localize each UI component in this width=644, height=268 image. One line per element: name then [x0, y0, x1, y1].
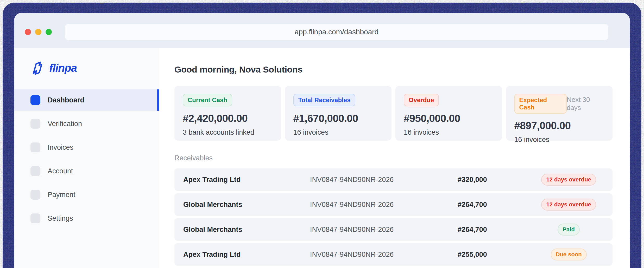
- invoice-amount: #255,000: [458, 251, 487, 259]
- sidebar-item-payment[interactable]: Payment: [14, 184, 159, 205]
- stat-subtitle: 16 invoices: [293, 128, 383, 136]
- stat-cards: Current Cash #2,420,000.00 3 bank accoun…: [174, 86, 613, 141]
- dashboard-icon: [30, 95, 40, 105]
- sidebar-item-label: Account: [48, 167, 73, 175]
- stat-card-expected-cash: Expected Cash Next 30 days #897,000.00 1…: [506, 86, 613, 141]
- stat-card-total-receivables: Total Receivables #1,670,000.00 16 invoi…: [285, 86, 392, 141]
- invoice-status-badge: Due soon: [551, 249, 587, 260]
- browser-chrome: app.flinpa.com/dashboard: [14, 13, 630, 48]
- settings-icon: [30, 213, 40, 223]
- invoice-number: INV0847-94ND90NR-2026: [310, 226, 394, 234]
- receivable-row[interactable]: Global Merchants INV0847-94ND90NR-2026 #…: [174, 193, 613, 216]
- stat-value: #2,420,000.00: [183, 113, 273, 124]
- address-bar[interactable]: app.flinpa.com/dashboard: [65, 24, 608, 40]
- url-text: app.flinpa.com/dashboard: [295, 28, 378, 36]
- company-name: Global Merchants: [174, 201, 284, 209]
- sidebar-item-invoices[interactable]: Invoices: [14, 137, 159, 158]
- stat-subtitle: 16 invoices: [514, 136, 604, 144]
- sidebar: flinpa Dashboard Verification Invoices: [14, 48, 159, 268]
- maximize-window-button[interactable]: [46, 29, 52, 35]
- sidebar-item-label: Verification: [48, 120, 82, 128]
- verification-icon: [30, 119, 40, 129]
- payment-icon: [30, 190, 40, 200]
- active-indicator: [157, 89, 159, 111]
- brand-logo: flinpa: [14, 60, 159, 76]
- receivable-row[interactable]: Apex Trading Ltd INV0847-94ND90NR-2026 #…: [174, 243, 613, 266]
- sidebar-item-label: Dashboard: [48, 96, 84, 104]
- close-window-button[interactable]: [25, 29, 31, 35]
- sidebar-item-dashboard[interactable]: Dashboard: [14, 89, 159, 111]
- invoice-amount: #264,700: [458, 226, 487, 234]
- invoice-amount: #320,000: [458, 176, 487, 184]
- page-title: Good morning, Nova Solutions: [174, 64, 613, 75]
- invoice-number: INV0847-94ND90NR-2026: [310, 201, 394, 209]
- sidebar-item-settings[interactable]: Settings: [14, 208, 159, 229]
- receivables-list: Apex Trading Ltd INV0847-94ND90NR-2026 #…: [174, 168, 613, 266]
- stat-value: #950,000.00: [404, 113, 494, 124]
- sidebar-item-verification[interactable]: Verification: [14, 113, 159, 134]
- sidebar-item-label: Settings: [48, 214, 73, 223]
- stat-card-current-cash: Current Cash #2,420,000.00 3 bank accoun…: [174, 86, 281, 141]
- status-badge: Total Receivables: [293, 94, 356, 106]
- receivable-row[interactable]: Global Merchants INV0847-94ND90NR-2026 #…: [174, 218, 613, 241]
- sidebar-item-account[interactable]: Account: [14, 160, 159, 182]
- invoice-number: INV0847-94ND90NR-2026: [310, 176, 394, 184]
- stat-card-overdue: Overdue #950,000.00 16 invoices: [395, 86, 502, 141]
- main-content: Good morning, Nova Solutions Current Cas…: [159, 48, 630, 268]
- invoice-status-badge: 12 days overdue: [541, 199, 596, 211]
- company-name: Apex Trading Ltd: [174, 251, 284, 259]
- brand-name: flinpa: [49, 62, 77, 74]
- invoice-status-badge: Paid: [558, 224, 579, 236]
- sidebar-item-label: Invoices: [48, 143, 73, 152]
- company-name: Global Merchants: [174, 226, 284, 234]
- status-badge: Expected Cash: [514, 94, 567, 114]
- stat-subtitle: 3 bank accounts linked: [183, 128, 273, 136]
- flinpa-logo-icon: [30, 61, 45, 75]
- stat-value: #897,000.00: [514, 120, 604, 132]
- stat-subtitle: 16 invoices: [404, 128, 494, 136]
- invoice-status-badge: 12 days overdue: [541, 174, 596, 186]
- browser-window: app.flinpa.com/dashboard flinpa Dashboar…: [14, 13, 630, 268]
- receivable-row[interactable]: Apex Trading Ltd INV0847-94ND90NR-2026 #…: [174, 168, 613, 191]
- minimize-window-button[interactable]: [35, 29, 41, 35]
- status-badge: Overdue: [404, 94, 439, 106]
- invoice-amount: #264,700: [458, 201, 487, 209]
- receivables-section-title: Receivables: [174, 154, 613, 162]
- invoice-number: INV0847-94ND90NR-2026: [310, 251, 394, 259]
- sidebar-nav: Dashboard Verification Invoices Account: [14, 89, 159, 229]
- account-icon: [30, 166, 40, 176]
- company-name: Apex Trading Ltd: [174, 176, 284, 184]
- stat-note: Next 30 days: [567, 96, 604, 112]
- window-controls: [25, 29, 52, 35]
- sidebar-item-label: Payment: [48, 191, 75, 199]
- stat-value: #1,670,000.00: [293, 113, 383, 124]
- invoices-icon: [30, 142, 40, 152]
- status-badge: Current Cash: [183, 94, 232, 106]
